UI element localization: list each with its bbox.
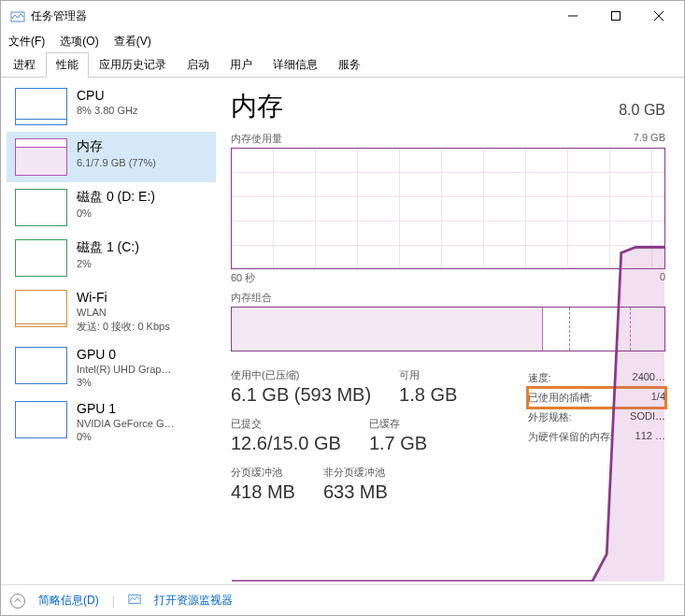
sidebar-item-sub: 2% [77,258,139,269]
sidebar-item-sub: WLAN [77,307,170,318]
sidebar-item-wifi-4[interactable]: Wi-FiWLAN发送: 0 接收: 0 Kbps [7,283,216,340]
chevron-down-icon[interactable] [10,594,25,609]
page-title: 内存 [231,89,283,124]
sidebar-item-title: GPU 0 [77,347,171,362]
sidebar-thumb-icon [15,401,67,438]
sidebar-thumb-icon [15,138,67,176]
memory-composition-chart [231,307,665,351]
monitor-icon [128,593,141,609]
sidebar-item-title: GPU 1 [77,401,175,416]
tab-3[interactable]: 启动 [177,52,220,78]
sidebar-item-cpu-0[interactable]: CPU8% 3.80 GHz [7,81,216,132]
footer: 简略信息(D) | 打开资源监视器 [1,584,684,616]
svg-marker-5 [232,247,664,581]
tab-bar: 进程性能应用历史记录启动用户详细信息服务 [1,51,684,78]
window-title: 任务管理器 [31,8,551,24]
menu-file[interactable]: 文件(F) [8,34,45,50]
sidebar-item-title: 磁盘 0 (D: E:) [77,189,155,206]
sidebar-item-title: Wi-Fi [77,290,170,305]
menu-options[interactable]: 选项(O) [60,34,98,50]
sidebar-thumb-icon [15,88,67,125]
chart-max: 7.9 GB [634,132,665,146]
sidebar-item-mem-1[interactable]: 内存6.1/7.9 GB (77%) [7,132,216,182]
tab-5[interactable]: 详细信息 [263,52,328,78]
sidebar: CPU8% 3.80 GHz内存6.1/7.9 GB (77%)磁盘 0 (D:… [1,78,216,584]
sidebar-item-sub2: 0% [77,431,175,442]
main-panel: 内存 8.0 GB 内存使用量 7.9 GB 60 秒 0 内存组合 [216,78,684,584]
sidebar-item-title: CPU [77,88,137,103]
sidebar-thumb-icon [15,239,67,277]
chart-label: 内存使用量 [231,132,282,146]
sidebar-item-sub2: 3% [77,377,171,388]
sidebar-item-title: 磁盘 1 (C:) [77,239,139,256]
menu-view[interactable]: 查看(V) [114,34,151,50]
tab-6[interactable]: 服务 [328,52,371,78]
memory-usage-chart [231,148,665,269]
memory-capacity: 8.0 GB [619,102,665,119]
sidebar-item-sub: 8% 3.80 GHz [77,105,137,116]
tab-0[interactable]: 进程 [3,52,46,78]
sidebar-item-gpu-5[interactable]: GPU 0Intel(R) UHD Grap…3% [7,340,216,394]
sidebar-thumb-icon [15,347,67,384]
app-icon [10,8,25,23]
sidebar-thumb-icon [15,189,67,226]
sidebar-item-sub: Intel(R) UHD Grap… [77,364,171,375]
brief-info-link[interactable]: 简略信息(D) [38,593,99,609]
open-resmon-link[interactable]: 打开资源监视器 [154,593,233,609]
close-button[interactable] [637,1,680,31]
title-bar: 任务管理器 [1,1,684,31]
sidebar-item-sub: NVIDIA GeForce G… [77,418,175,429]
sidebar-item-title: 内存 [77,138,156,155]
sidebar-item-disk-2[interactable]: 磁盘 0 (D: E:)0% [7,182,216,233]
tab-2[interactable]: 应用历史记录 [89,52,177,78]
sidebar-item-sub: 0% [77,208,155,219]
sidebar-item-sub: 6.1/7.9 GB (77%) [77,157,156,168]
tab-4[interactable]: 用户 [220,52,263,78]
sidebar-item-sub2: 发送: 0 接收: 0 Kbps [77,320,170,334]
sidebar-thumb-icon [15,290,67,327]
menu-bar: 文件(F) 选项(O) 查看(V) [1,31,684,51]
tab-1[interactable]: 性能 [46,52,89,78]
sidebar-item-gpu-6[interactable]: GPU 1NVIDIA GeForce G…0% [7,394,216,449]
minimize-button[interactable] [551,1,594,31]
sidebar-item-disk-3[interactable]: 磁盘 1 (C:)2% [7,233,216,283]
maximize-button[interactable] [594,1,637,31]
svg-rect-2 [612,12,621,21]
